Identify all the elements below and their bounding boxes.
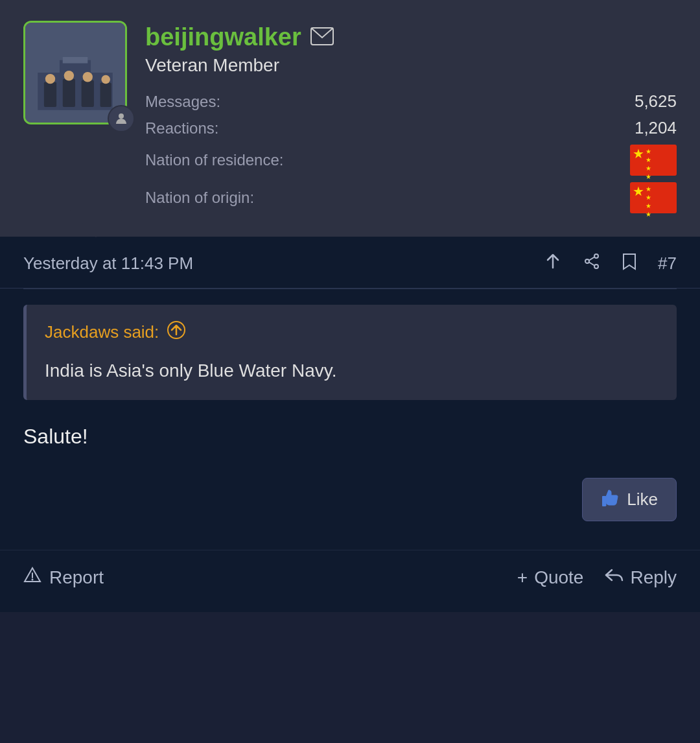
post-timestamp: Yesterday at 11:43 PM (23, 254, 193, 274)
footer-right-actions: + Quote Reply (517, 566, 677, 589)
svg-line-17 (589, 257, 594, 261)
avatar-badge (108, 105, 135, 132)
username[interactable]: beijingwalker (145, 23, 301, 51)
nation-residence-stat: Nation of residence: ★ ★ ★ ★ ★ (145, 145, 677, 176)
messages-stat: Messages: 5,625 (145, 91, 677, 112)
share-icon[interactable] (583, 252, 601, 275)
profile-info: beijingwalker Veteran Member Messages: 5… (145, 21, 677, 213)
post-number: #7 (658, 254, 677, 274)
profile-header: beijingwalker Veteran Member Messages: 5… (23, 21, 677, 213)
nation-origin-label: Nation of origin: (145, 189, 254, 207)
quote-author-name: Jackdaws said: (45, 322, 159, 342)
like-thumb-icon (601, 488, 620, 512)
quote-text: India is Asia's only Blue Water Navy. (45, 357, 659, 384)
like-row: Like (23, 478, 677, 521)
svg-line-18 (589, 263, 594, 266)
svg-point-12 (119, 113, 124, 119)
quote-author: Jackdaws said: (45, 320, 659, 344)
bookmark-icon[interactable] (622, 252, 637, 275)
svg-point-14 (585, 259, 589, 263)
avatar-wrapper (23, 21, 127, 124)
svg-rect-8 (82, 80, 94, 107)
post-actions-right: #7 (544, 252, 677, 275)
post-area: Yesterday at 11:43 PM (0, 237, 700, 612)
post-body: Salute! (23, 421, 677, 452)
like-button[interactable]: Like (582, 478, 677, 521)
reactions-label: Reactions: (145, 119, 218, 137)
nation-origin-stat: Nation of origin: ★ ★ ★ ★ ★ (145, 182, 677, 213)
nation-residence-flag: ★ ★ ★ ★ ★ (630, 145, 677, 176)
reactions-stat: Reactions: 1,204 (145, 118, 677, 138)
nation-residence-label: Nation of residence: (145, 151, 283, 169)
report-label: Report (49, 567, 104, 588)
messages-value: 5,625 (635, 91, 677, 112)
post-meta-bar: Yesterday at 11:43 PM (0, 237, 700, 289)
svg-rect-6 (63, 79, 75, 107)
quote-action[interactable]: + Quote (517, 567, 584, 588)
post-content: Jackdaws said: India is Asia's only Blue… (0, 289, 700, 550)
stats-grid: Messages: 5,625 Reactions: 1,204 Nation … (145, 91, 677, 213)
warning-icon (23, 566, 41, 589)
svg-rect-4 (44, 82, 56, 107)
plus-icon: + (517, 567, 528, 588)
nation-origin-flag: ★ ★ ★ ★ ★ (630, 182, 677, 213)
reply-label: Reply (630, 567, 677, 588)
svg-rect-20 (602, 496, 606, 506)
post-footer: Report + Quote Reply (0, 550, 700, 612)
quote-up-icon (167, 320, 186, 344)
svg-point-15 (594, 254, 598, 258)
svg-point-7 (64, 71, 74, 80)
svg-point-22 (32, 579, 34, 581)
report-action[interactable]: Report (23, 566, 104, 589)
upvote-icon[interactable] (544, 252, 562, 275)
messages-label: Messages: (145, 93, 220, 111)
user-rank: Veteran Member (145, 55, 677, 76)
quote-block: Jackdaws said: India is Asia's only Blue… (23, 305, 677, 400)
reply-action[interactable]: Reply (604, 566, 677, 589)
svg-point-5 (45, 74, 55, 84)
svg-point-9 (83, 72, 93, 82)
reply-icon (604, 566, 624, 589)
svg-point-11 (101, 75, 110, 84)
svg-rect-10 (100, 82, 111, 107)
svg-point-16 (594, 265, 598, 268)
quote-label: Quote (534, 567, 583, 588)
like-label: Like (627, 489, 658, 510)
svg-rect-3 (63, 57, 88, 64)
reactions-value: 1,204 (635, 118, 677, 138)
username-row: beijingwalker (145, 23, 677, 51)
mail-icon[interactable] (310, 27, 334, 48)
profile-card: beijingwalker Veteran Member Messages: 5… (0, 0, 700, 237)
